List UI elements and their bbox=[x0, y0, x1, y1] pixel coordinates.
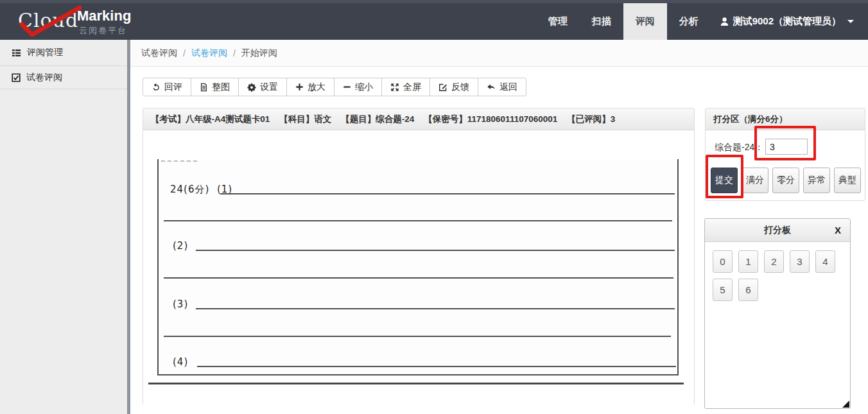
nav-item-review[interactable]: 评阅 bbox=[623, 3, 667, 40]
settings-button[interactable]: 设置 bbox=[238, 78, 287, 96]
abnormal-button[interactable]: 异常 bbox=[803, 168, 830, 193]
toolbar-button-label: 整图 bbox=[212, 82, 230, 93]
toolbar-button-label: 放大 bbox=[308, 82, 326, 93]
review-toolbar: 回评 整图 设置 放大 缩小 全屏 反馈 返回 bbox=[143, 78, 526, 96]
toolbar-button-label: 设置 bbox=[260, 82, 278, 93]
score-keypad: 0 1 2 3 4 5 6 bbox=[705, 242, 849, 309]
score-board-dialog: 打分板 X 0 1 2 3 4 5 6 bbox=[704, 218, 851, 409]
toolbar-button-label: 返回 bbox=[499, 82, 517, 93]
top-navbar: Cloud Marking 云阅卷平台 管理 扫描 评阅 分析 测试9002（测… bbox=[0, 0, 868, 40]
user-icon bbox=[720, 17, 729, 26]
nav-item-scan[interactable]: 扫描 bbox=[580, 3, 623, 40]
exam-info-secret-no: 【保密号】1171806011107060001 bbox=[424, 114, 557, 125]
submit-button[interactable]: 提交 bbox=[711, 168, 738, 193]
breadcrumb-link[interactable]: 试卷评阅 bbox=[191, 47, 227, 59]
sidebar: 评阅管理 试卷评阅 bbox=[0, 40, 130, 414]
breadcrumb: 试卷评阅 / 试卷评阅 / 开始评阅 bbox=[130, 40, 868, 67]
answer-line bbox=[164, 220, 672, 221]
answer-line bbox=[220, 193, 675, 194]
exam-info-question: 【题目】综合题-24 bbox=[341, 114, 414, 125]
score-question-label: 综合题-24： bbox=[715, 142, 763, 153]
score-buttons: 提交 满分 零分 异常 典型 bbox=[711, 168, 861, 193]
zoom-out-icon bbox=[343, 83, 351, 91]
sidebar-item-review-manage[interactable]: 评阅管理 bbox=[0, 40, 127, 66]
return-button[interactable]: 返回 bbox=[478, 78, 526, 96]
part-label: (2) bbox=[173, 240, 188, 252]
gear-icon bbox=[247, 83, 256, 92]
whole-image-button[interactable]: 整图 bbox=[191, 78, 239, 96]
score-panel: 打分区（满分6分） 综合题-24： 提交 满分 零分 异常 典型 bbox=[705, 108, 865, 201]
user-name: 测试9002（测试管理员） bbox=[733, 15, 841, 28]
score-key-4[interactable]: 4 bbox=[815, 250, 835, 273]
logo-subtitle: 云阅卷平台 bbox=[79, 25, 127, 37]
part-label: (3) bbox=[173, 298, 188, 310]
breadcrumb-separator: / bbox=[233, 48, 236, 58]
score-key-6[interactable]: 6 bbox=[738, 279, 758, 301]
list-icon bbox=[12, 48, 21, 58]
zero-score-button[interactable]: 零分 bbox=[772, 168, 799, 193]
sidebar-item-label: 评阅管理 bbox=[27, 47, 63, 58]
close-icon[interactable]: X bbox=[835, 219, 841, 241]
fullscreen-button[interactable]: 全屏 bbox=[381, 78, 430, 96]
breadcrumb-separator: / bbox=[183, 48, 186, 58]
exam-info-subject: 【科目】语文 bbox=[279, 114, 331, 125]
answer-line bbox=[164, 277, 673, 279]
score-panel-title: 打分区（满分6分） bbox=[706, 108, 865, 130]
file-icon bbox=[200, 83, 208, 92]
score-key-3[interactable]: 3 bbox=[790, 250, 810, 273]
next-section-border bbox=[148, 383, 684, 384]
undo-icon bbox=[152, 83, 161, 92]
full-score-button[interactable]: 满分 bbox=[742, 168, 768, 193]
checkbox-icon bbox=[12, 73, 21, 82]
zoom-in-icon bbox=[295, 83, 304, 91]
score-board-header[interactable]: 打分板 X bbox=[705, 219, 850, 242]
zoom-out-button[interactable]: 缩小 bbox=[334, 78, 382, 96]
breadcrumb-item: 试卷评阅 bbox=[141, 47, 177, 59]
back-review-button[interactable]: 回评 bbox=[143, 78, 191, 96]
score-key-5[interactable]: 5 bbox=[713, 279, 733, 301]
typical-button[interactable]: 典型 bbox=[834, 168, 861, 193]
feedback-icon bbox=[438, 83, 447, 92]
answer-line bbox=[197, 366, 676, 367]
zoom-in-button[interactable]: 放大 bbox=[286, 78, 334, 96]
nav-item-manage[interactable]: 管理 bbox=[536, 3, 580, 40]
logo-cloud-text: Cloud bbox=[18, 9, 78, 31]
answer-box: 24(6分) (1) (2) (3) (4) bbox=[157, 159, 679, 375]
logo-marking-text: Marking bbox=[77, 8, 131, 24]
return-icon bbox=[487, 83, 496, 92]
exam-info-reviewed-count: 【已评阅】3 bbox=[567, 114, 615, 125]
exam-info-bar: 【考试】八年级-A4测试题卡01 【科目】语文 【题目】综合题-24 【保密号】… bbox=[143, 108, 694, 130]
answer-line bbox=[164, 336, 671, 337]
sidebar-item-label: 试卷评阅 bbox=[26, 72, 62, 83]
scan-artifact bbox=[161, 160, 197, 162]
exam-info-exam: 【考试】八年级-A4测试题卡01 bbox=[151, 114, 270, 125]
answer-line bbox=[196, 250, 675, 251]
score-board-title: 打分板 bbox=[764, 225, 791, 236]
navbar-menu: 管理 扫描 评阅 分析 测试9002（测试管理员） bbox=[536, 3, 863, 40]
score-key-1[interactable]: 1 bbox=[738, 250, 758, 273]
resize-handle[interactable] bbox=[842, 401, 849, 408]
paper-panel: 【考试】八年级-A4测试题卡01 【科目】语文 【题目】综合题-24 【保密号】… bbox=[143, 108, 695, 406]
app-logo: Cloud Marking 云阅卷平台 bbox=[18, 5, 166, 39]
user-menu[interactable]: 测试9002（测试管理员） bbox=[711, 3, 863, 40]
chevron-down-icon bbox=[847, 20, 854, 23]
toolbar-button-label: 反馈 bbox=[451, 82, 469, 93]
toolbar-button-label: 缩小 bbox=[355, 82, 373, 93]
breadcrumb-item-current: 开始评阅 bbox=[241, 47, 277, 59]
feedback-button[interactable]: 反馈 bbox=[430, 78, 478, 96]
answer-line bbox=[196, 308, 675, 309]
fullscreen-icon bbox=[390, 83, 399, 92]
score-key-2[interactable]: 2 bbox=[764, 250, 784, 273]
sidebar-item-paper-review[interactable]: 试卷评阅 bbox=[0, 66, 127, 89]
part-label: (4) bbox=[173, 356, 188, 368]
toolbar-button-label: 回评 bbox=[164, 82, 182, 93]
nav-item-analysis[interactable]: 分析 bbox=[667, 3, 711, 40]
scanned-answer-sheet: 24(6分) (1) (2) (3) (4) bbox=[143, 130, 694, 406]
score-key-0[interactable]: 0 bbox=[713, 250, 733, 273]
score-input[interactable] bbox=[765, 139, 808, 155]
toolbar-button-label: 全屏 bbox=[403, 82, 421, 93]
